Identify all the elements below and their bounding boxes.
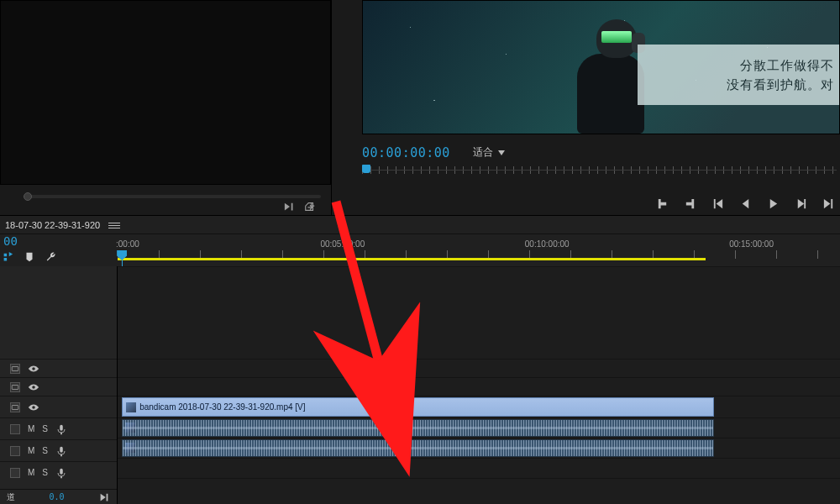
mute-button[interactable]: M (28, 468, 34, 477)
lane-v1[interactable]: bandicam 2018-07-30 22-39-31-920.mp4 [V] (118, 396, 840, 417)
skip-end-icon[interactable] (98, 491, 110, 503)
video-clip[interactable]: bandicam 2018-07-30 22-39-31-920.mp4 [V] (122, 397, 714, 417)
track-header-spacer (0, 266, 117, 359)
ruler-tick-label: :00:00 (116, 239, 139, 249)
source-scroll-thumb[interactable] (24, 192, 32, 201)
toggle-track-output-icon[interactable] (10, 468, 20, 478)
track-headers: M S M S M S 道 0.0 (0, 266, 118, 504)
footer-value[interactable]: 0.0 (49, 492, 64, 501)
lane-a4[interactable] (118, 478, 840, 498)
chevron-down-icon (498, 150, 505, 155)
audio-clip-2[interactable] (122, 439, 714, 457)
timeline-header: 18-07-30 22-39-31-920 (0, 216, 840, 234)
lane-v3[interactable] (118, 359, 840, 377)
work-area-bar[interactable] (118, 258, 706, 260)
audio-clip-1[interactable] (122, 419, 714, 437)
mic-icon[interactable] (55, 467, 67, 479)
eye-icon[interactable] (28, 381, 39, 393)
export-frame-icon[interactable] (304, 202, 316, 212)
program-monitor-panel: 分散工作做得不 没有看到护航。对 00:00:00:00 适合 (332, 0, 840, 215)
timeline-ruler[interactable]: :00:0000:05:00:0000:10:00:0000:15:00:00 (118, 238, 835, 266)
snap-icon[interactable] (2, 251, 13, 263)
footer-label: 道 (7, 491, 15, 503)
program-timecode[interactable]: 00:00:00:00 (362, 145, 450, 160)
source-controls (284, 202, 316, 212)
panel-menu-icon[interactable] (108, 221, 120, 229)
timeline-panel: 18-07-30 22-39-31-920 00 :00:0000:05:00:… (0, 215, 840, 504)
solo-button[interactable]: S (42, 446, 48, 455)
svg-rect-2 (12, 405, 18, 409)
track-lanes[interactable]: bandicam 2018-07-30 22-39-31-920.mp4 [V] (118, 266, 840, 504)
marker-icon[interactable] (24, 251, 35, 263)
settings-wrench-icon[interactable] (45, 251, 57, 263)
zoom-fit-dropdown[interactable]: 适合 (467, 143, 511, 162)
preview-subtitle: 分散工作做得不 没有看到护航。对 (638, 45, 839, 105)
program-playhead[interactable] (362, 165, 370, 173)
lane-a1[interactable] (118, 417, 840, 438)
subtitle-line-1: 分散工作做得不 (685, 55, 834, 75)
step-forward-icon[interactable] (795, 197, 807, 210)
lane-a2[interactable] (118, 438, 840, 458)
go-to-out-icon[interactable] (822, 197, 835, 210)
ruler-tick-label: 00:15:00:00 (729, 239, 774, 249)
program-time-ruler[interactable] (362, 165, 837, 178)
lane-empty[interactable] (118, 266, 840, 359)
subtitle-line-2: 没有看到护航。对 (685, 75, 834, 94)
track-header-v3[interactable] (0, 359, 117, 377)
play-icon[interactable] (767, 197, 780, 210)
svg-rect-1 (12, 385, 18, 389)
clip-thumbnail (126, 402, 136, 412)
top-panels: 分散工作做得不 没有看到护航。对 00:00:00:00 适合 (0, 0, 840, 215)
svg-rect-0 (12, 366, 18, 370)
go-to-in-icon[interactable] (711, 197, 724, 210)
mark-in-icon[interactable] (656, 197, 669, 210)
toggle-track-output-icon[interactable] (10, 402, 20, 412)
source-monitor-panel (0, 0, 332, 215)
mark-out-icon[interactable] (684, 197, 696, 210)
track-header-a3[interactable]: M S (0, 461, 117, 483)
track-header-a2[interactable]: M S (0, 439, 117, 461)
step-back-icon[interactable] (739, 197, 752, 210)
audio-master-footer: 道 0.0 (0, 489, 117, 504)
tracks-area: M S M S M S 道 0.0 (0, 266, 840, 504)
timeline-subheader: 00 :00:0000:05:00:0000:10:00:0000:15:00:… (0, 234, 840, 266)
ruler-tick-label: 00:05:00:00 (320, 239, 365, 249)
track-header-a1[interactable]: M S (0, 417, 117, 439)
toggle-track-output-icon[interactable] (10, 446, 20, 456)
timeline-playhead-timecode[interactable]: 00 (3, 234, 18, 248)
toggle-track-output-icon[interactable] (10, 424, 20, 434)
source-monitor-viewport[interactable] (0, 0, 331, 185)
ruler-tick-label: 00:10:00:00 (525, 239, 570, 249)
zoom-fit-label: 适合 (473, 145, 493, 160)
clip-label: bandicam 2018-07-30 22-39-31-920.mp4 [V] (139, 402, 305, 412)
eye-icon[interactable] (28, 402, 39, 413)
mute-button[interactable]: M (28, 446, 34, 455)
transport-controls (656, 197, 835, 210)
source-scrollbar[interactable] (25, 195, 321, 198)
sequence-name[interactable]: 18-07-30 22-39-31-920 (5, 220, 100, 230)
track-header-v2[interactable] (0, 377, 117, 396)
mic-icon[interactable] (55, 445, 67, 457)
solo-button[interactable]: S (42, 468, 48, 477)
timeline-tools (2, 251, 57, 263)
lane-v2[interactable] (118, 377, 840, 396)
mic-icon[interactable] (55, 423, 67, 435)
track-header-v1[interactable] (0, 396, 117, 417)
eye-icon[interactable] (28, 363, 39, 375)
solo-button[interactable]: S (42, 424, 48, 433)
play-stop-icon[interactable] (284, 202, 296, 212)
toggle-track-output-icon[interactable] (10, 364, 20, 374)
mute-button[interactable]: M (28, 424, 34, 433)
lane-a3[interactable] (118, 458, 840, 478)
program-monitor-viewport[interactable]: 分散工作做得不 没有看到护航。对 (362, 0, 840, 134)
toggle-track-output-icon[interactable] (10, 382, 20, 392)
